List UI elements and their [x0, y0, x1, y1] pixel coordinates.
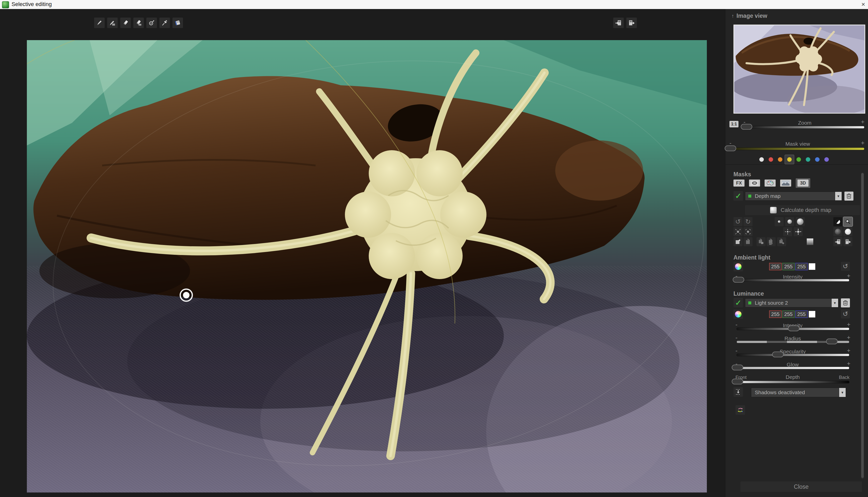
- tab-landscape[interactable]: [780, 180, 791, 187]
- add-mask-button[interactable]: [777, 237, 786, 246]
- tab-3d[interactable]: 3D: [798, 180, 809, 187]
- ambient-red-field[interactable]: 255: [769, 263, 782, 270]
- new-mask-button[interactable]: [733, 237, 743, 246]
- brush-size-small-button[interactable]: [775, 217, 784, 226]
- soft-edge-button[interactable]: [833, 227, 842, 236]
- hard-edge-button[interactable]: [843, 227, 852, 236]
- ambient-color-wheel-button[interactable]: [733, 262, 743, 271]
- mask-color-red[interactable]: [766, 155, 775, 164]
- image-view-thumbnail[interactable]: [733, 25, 865, 114]
- zoom-1to1-button[interactable]: 1:1: [729, 121, 739, 127]
- zoom-slider-thumb[interactable]: [741, 124, 752, 130]
- luminance-green-field[interactable]: 255: [782, 310, 795, 318]
- specularity-thumb[interactable]: [772, 352, 784, 357]
- luminance-reset-button[interactable]: ↺: [841, 310, 850, 318]
- retouch-target-tool-button[interactable]: [146, 17, 157, 28]
- paint-brush-region-tool-button[interactable]: [107, 17, 118, 28]
- ambient-intensity-thumb[interactable]: [733, 277, 744, 283]
- tab-palette[interactable]: [764, 180, 776, 187]
- mask-view-slider[interactable]: [729, 147, 865, 150]
- redo-button[interactable]: ↻: [744, 217, 753, 226]
- mask-color-orange[interactable]: [776, 155, 785, 164]
- shrink-mask-button[interactable]: [733, 227, 743, 236]
- intensity-plus[interactable]: +: [847, 322, 851, 327]
- shadows-dropdown[interactable]: Shadows deactivated ▼: [751, 388, 846, 397]
- zoom-minus[interactable]: -: [744, 119, 745, 124]
- canvas[interactable]: [27, 40, 707, 493]
- close-window-icon[interactable]: ×: [859, 0, 867, 8]
- tab-fx[interactable]: FX: [733, 180, 744, 187]
- gradient-mask-button[interactable]: [807, 239, 813, 245]
- fill-area-tool-button[interactable]: [173, 17, 183, 28]
- radius-slider[interactable]: [736, 341, 850, 343]
- export-mask-button[interactable]: [626, 17, 637, 28]
- luminance-color-swatch[interactable]: [809, 311, 815, 317]
- specularity-slider[interactable]: [736, 354, 850, 356]
- move-mask-large-button[interactable]: [794, 227, 803, 236]
- close-button[interactable]: Close: [741, 481, 862, 492]
- smoothing-tool-button[interactable]: [843, 217, 852, 226]
- mask-color-teal[interactable]: [803, 155, 813, 164]
- chevron-down-icon[interactable]: ▼: [831, 299, 838, 307]
- mask-color-yellow[interactable]: [785, 155, 794, 164]
- mask-color-purple[interactable]: [822, 155, 831, 164]
- depth-map-enabled-button[interactable]: ✓: [733, 191, 743, 201]
- delete-mask-button[interactable]: [844, 191, 853, 201]
- brush-size-medium-button[interactable]: [785, 217, 794, 226]
- mask-color-green[interactable]: [794, 155, 803, 164]
- paste-mask-button[interactable]: [757, 237, 766, 246]
- ambient-color-swatch[interactable]: [809, 263, 815, 270]
- glow-slider[interactable]: [736, 367, 850, 369]
- mask-view-plus[interactable]: +: [861, 140, 865, 145]
- light-source-dropdown[interactable]: Light source 2 ▼: [745, 298, 838, 308]
- paint-brush-tool-button[interactable]: [94, 17, 105, 28]
- luminance-color-wheel-button[interactable]: [733, 310, 743, 319]
- luminance-blue-field[interactable]: 255: [795, 310, 808, 318]
- ambient-intensity-plus[interactable]: +: [847, 273, 851, 278]
- copy-mask-button[interactable]: [744, 237, 753, 246]
- shadow-toggle-button[interactable]: [733, 387, 743, 397]
- depth-thumb[interactable]: [732, 379, 743, 384]
- import-mask-button[interactable]: [613, 17, 624, 28]
- calculate-depth-map-button[interactable]: Calculate depth map: [745, 205, 860, 215]
- undo-button[interactable]: ↺: [733, 217, 743, 226]
- move-mask-small-button[interactable]: [783, 227, 792, 236]
- depth-map-dropdown[interactable]: Depth map ▼: [745, 191, 842, 201]
- luminance-red-field[interactable]: 255: [769, 310, 782, 318]
- zoom-slider[interactable]: [745, 126, 865, 129]
- grow-mask-button[interactable]: [744, 227, 753, 236]
- chevron-down-icon[interactable]: ▼: [839, 388, 846, 397]
- eraser-region-tool-button[interactable]: [133, 17, 144, 28]
- rotate-3d-button[interactable]: [735, 405, 745, 415]
- radius-plus[interactable]: +: [847, 335, 851, 340]
- light-source-handle[interactable]: [179, 288, 193, 302]
- chevron-down-icon[interactable]: ▼: [835, 192, 842, 200]
- mask-view-slider-thumb[interactable]: [725, 145, 736, 151]
- mask-color-white[interactable]: [757, 155, 766, 164]
- image-view-header[interactable]: ↑ Image view: [731, 13, 767, 19]
- mask-list-button[interactable]: [767, 237, 776, 246]
- glow-thumb[interactable]: [732, 365, 743, 370]
- panel-scrollbar-thumb[interactable]: [861, 173, 864, 478]
- ambient-reset-button[interactable]: ↺: [841, 262, 850, 271]
- glow-plus[interactable]: +: [847, 361, 851, 366]
- load-mask-button[interactable]: [833, 237, 842, 246]
- panel-scrollbar[interactable]: [861, 172, 864, 479]
- radius-thumb[interactable]: [826, 339, 838, 344]
- eraser-tool-button[interactable]: [120, 17, 131, 28]
- mask-color-blue[interactable]: [813, 155, 822, 164]
- eyedropper-tool-button[interactable]: [160, 17, 170, 28]
- invert-mask-button[interactable]: [833, 217, 842, 226]
- specularity-plus[interactable]: +: [847, 348, 851, 353]
- zoom-plus[interactable]: +: [861, 119, 865, 124]
- brush-size-large-button[interactable]: [796, 217, 805, 226]
- intensity-slider[interactable]: [736, 327, 850, 330]
- ambient-blue-field[interactable]: 255: [795, 263, 808, 270]
- tab-vignette[interactable]: [749, 180, 760, 187]
- light-source-enabled-button[interactable]: ✓: [733, 298, 743, 308]
- save-mask-button[interactable]: [843, 237, 852, 246]
- ambient-green-field[interactable]: 255: [782, 263, 795, 270]
- ambient-intensity-slider[interactable]: [736, 279, 850, 282]
- intensity-thumb[interactable]: [788, 326, 799, 331]
- delete-light-source-button[interactable]: [841, 298, 850, 308]
